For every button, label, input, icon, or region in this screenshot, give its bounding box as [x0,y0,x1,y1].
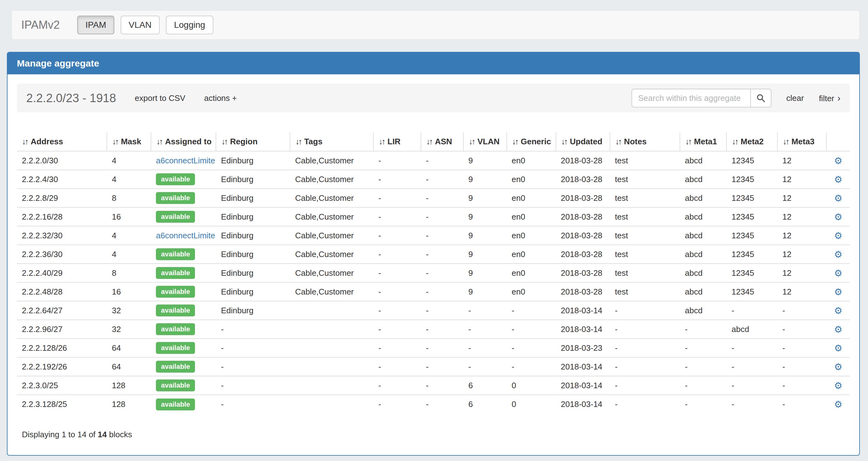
column-header-assigned-to[interactable]: ↓↑Assigned to [151,132,216,151]
available-badge[interactable]: available [156,267,195,279]
column-label: Notes [624,137,647,146]
gear-icon[interactable]: ⚙ [834,174,842,185]
app-brand[interactable]: IPAMv2 [21,19,60,32]
tags-cell [290,338,373,357]
gear-icon[interactable]: ⚙ [834,324,842,334]
filter-link[interactable]: filter› [819,93,840,103]
updated-cell: 2018-03-14 [556,357,610,376]
generic-cell: en0 [507,282,556,301]
tags-cell: Cable,Customer [290,226,373,245]
chevron-right-icon: › [837,93,840,103]
sort-icon: ↓↑ [22,137,28,146]
vlan-cell: 9 [463,226,507,245]
column-label: VLAN [477,137,500,146]
available-badge[interactable]: available [156,304,195,317]
column-header-notes[interactable]: ↓↑Notes [610,132,680,151]
available-badge[interactable]: available [156,211,195,223]
lir-cell: - [373,264,421,282]
gear-icon[interactable]: ⚙ [834,193,842,203]
column-header-address[interactable]: ↓↑Address [17,132,107,151]
gear-icon[interactable]: ⚙ [834,381,842,391]
updated-cell: 2018-03-14 [556,395,610,414]
available-badge[interactable]: available [156,286,195,298]
region-cell: Edinburg [216,245,290,264]
meta1-cell: - [680,338,726,357]
mask-cell: 4 [107,245,151,264]
meta3-cell: - [777,357,827,376]
gear-icon[interactable]: ⚙ [834,230,842,241]
gear-icon[interactable]: ⚙ [834,268,842,278]
region-cell: - [216,395,290,414]
table-row: 2.2.2.96/2732available-----2018-03-14--a… [17,320,850,338]
vlan-cell: 9 [463,282,507,301]
column-label: Region [230,137,257,146]
clear-link[interactable]: clear [786,93,804,103]
column-header-meta3[interactable]: ↓↑Meta3 [777,132,827,151]
gear-icon[interactable]: ⚙ [834,399,842,409]
notes-cell: - [610,376,680,395]
region-cell: Edinburg [216,226,290,245]
column-label: Meta1 [694,137,717,146]
table-row: 2.2.2.0/304a6connectLimite...EdinburgCab… [17,151,850,170]
available-badge[interactable]: available [156,380,195,391]
gear-icon[interactable]: ⚙ [834,156,842,166]
tags-cell [290,395,373,414]
meta3-cell: 12 [777,245,827,264]
sort-icon: ↓↑ [685,137,691,146]
available-badge[interactable]: available [156,323,195,335]
region-cell: Edinburg [216,151,290,170]
column-header-meta1[interactable]: ↓↑Meta1 [680,132,726,151]
aggregate-label: 2.2.2.0/23 - 1918 [26,92,116,105]
gear-icon[interactable]: ⚙ [834,212,842,222]
available-badge[interactable]: available [156,398,195,410]
mask-cell: 4 [107,226,151,245]
sort-icon: ↓↑ [512,137,518,146]
assigned-link[interactable]: a6connectLimite... [156,156,216,165]
available-badge[interactable]: available [156,248,195,260]
meta2-cell: - [726,301,777,320]
lir-cell: - [373,376,421,395]
tags-cell [290,376,373,395]
mask-cell: 16 [107,207,151,226]
column-label: Tags [304,137,322,146]
sort-icon: ↓↑ [221,137,227,146]
actions-menu-link[interactable]: actions + [204,93,237,103]
tags-cell [290,357,373,376]
asn-cell: - [421,226,463,245]
tab-logging[interactable]: Logging [166,15,213,34]
available-badge[interactable]: available [156,192,195,204]
gear-icon[interactable]: ⚙ [834,343,842,353]
column-header-region[interactable]: ↓↑Region [216,132,290,151]
tab-ipam[interactable]: IPAM [77,15,114,34]
assigned-link[interactable]: a6connectLimite... [156,231,216,240]
gear-icon[interactable]: ⚙ [834,305,842,316]
export-csv-link[interactable]: export to CSV [135,93,185,103]
gear-icon[interactable]: ⚙ [834,249,842,260]
meta2-cell: - [726,395,777,414]
search-button[interactable] [750,89,771,107]
gear-icon[interactable]: ⚙ [834,362,842,372]
search-input[interactable] [631,89,750,107]
column-header-vlan[interactable]: ↓↑VLAN [463,132,507,151]
column-header-asn[interactable]: ↓↑ASN [421,132,463,151]
tab-vlan[interactable]: VLAN [121,15,160,34]
table-row: 2.2.2.40/298availableEdinburgCable,Custo… [17,264,850,282]
column-header-mask[interactable]: ↓↑Mask [107,132,151,151]
gear-icon[interactable]: ⚙ [834,287,842,297]
mask-cell: 16 [107,282,151,301]
column-header-updated[interactable]: ↓↑Updated [556,132,610,151]
column-header-tags[interactable]: ↓↑Tags [290,132,373,151]
column-header-lir[interactable]: ↓↑LIR [373,132,421,151]
column-header-meta2[interactable]: ↓↑Meta2 [726,132,777,151]
tags-cell: Cable,Customer [290,151,373,170]
column-header-generic[interactable]: ↓↑Generic [507,132,556,151]
region-cell: Edinburg [216,170,290,189]
assigned-cell: available [151,170,216,189]
address-cell: 2.2.2.192/26 [17,357,107,376]
available-badge[interactable]: available [156,173,195,185]
available-badge[interactable]: available [156,342,195,354]
table-row: 2.2.3.0/25128available---602018-03-14---… [17,376,850,395]
mask-cell: 64 [107,338,151,357]
row-actions-cell: ⚙ [827,189,850,207]
available-badge[interactable]: available [156,361,195,373]
